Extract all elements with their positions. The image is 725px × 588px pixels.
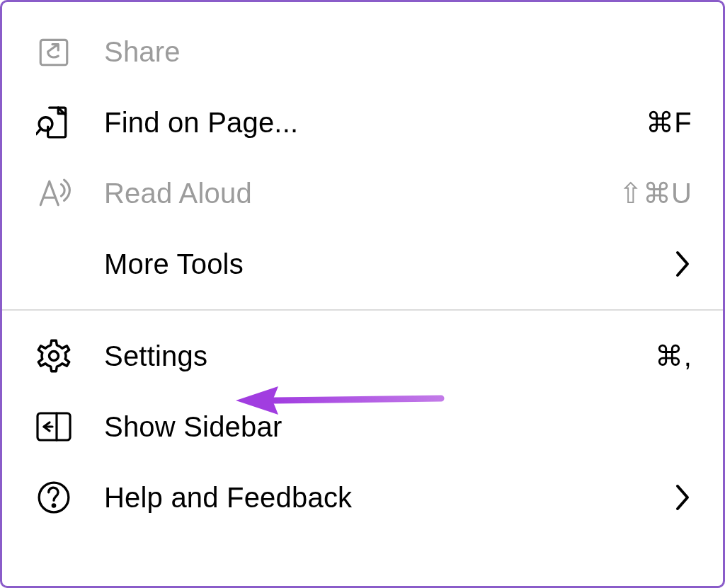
svg-line-2 xyxy=(36,129,40,134)
menu-item-read-aloud-label: Read Aloud xyxy=(104,178,619,209)
menu-item-share: Share xyxy=(2,16,723,87)
menu-item-settings-shortcut: ⌘, xyxy=(655,340,692,372)
menu-item-read-aloud-shortcut: ⇧⌘U xyxy=(619,177,692,209)
sidebar-icon xyxy=(33,406,74,447)
find-on-page-icon xyxy=(33,102,74,143)
menu-item-settings-label: Settings xyxy=(104,340,655,372)
menu-item-help-label: Help and Feedback xyxy=(104,482,675,514)
menu-item-read-aloud: Read Aloud ⇧⌘U xyxy=(2,158,723,229)
browser-menu-dropdown: Share Find on Page... ⌘F xyxy=(0,0,725,588)
menu-separator xyxy=(2,309,723,311)
help-icon xyxy=(33,477,74,518)
read-aloud-icon xyxy=(33,173,74,214)
menu-item-show-sidebar[interactable]: Show Sidebar xyxy=(2,391,723,462)
svg-rect-4 xyxy=(38,413,70,440)
menu-item-find-label: Find on Page... xyxy=(104,107,646,139)
menu-item-find-shortcut: ⌘F xyxy=(646,106,692,139)
menu-list: Share Find on Page... ⌘F xyxy=(2,2,723,533)
share-icon xyxy=(33,31,74,72)
chevron-right-icon xyxy=(675,483,692,512)
menu-item-more-tools[interactable]: More Tools xyxy=(2,229,723,299)
menu-item-share-label: Share xyxy=(104,36,692,68)
menu-item-settings[interactable]: Settings ⌘, xyxy=(2,321,723,391)
gear-icon xyxy=(33,335,74,376)
menu-item-find-on-page[interactable]: Find on Page... ⌘F xyxy=(2,87,723,158)
svg-point-3 xyxy=(50,352,59,361)
more-tools-icon xyxy=(33,243,74,284)
menu-item-help-feedback[interactable]: Help and Feedback xyxy=(2,462,723,533)
menu-item-show-sidebar-label: Show Sidebar xyxy=(104,411,692,443)
chevron-right-icon xyxy=(675,250,692,278)
svg-point-8 xyxy=(52,505,55,507)
menu-item-more-tools-label: More Tools xyxy=(104,248,675,280)
